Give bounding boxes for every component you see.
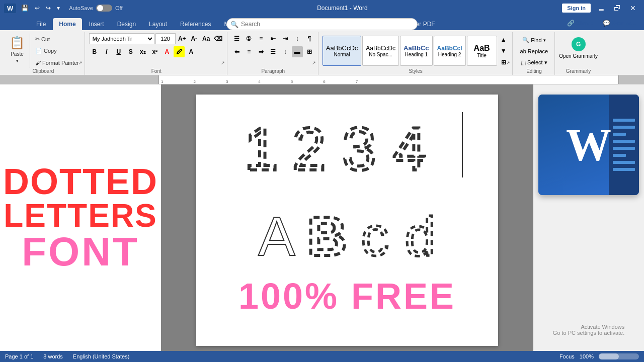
replace-button[interactable]: ab Replace [517,47,552,56]
minimize-button[interactable]: 🗕 [594,3,609,13]
cut-button[interactable]: ✂ Cut [33,34,82,44]
format-painter-icon: 🖌 [35,60,41,66]
zoom-slider-fill [599,353,619,359]
style-normal[interactable]: AaBbCcDc Normal [323,36,362,66]
find-button[interactable]: 🔍 Find ▾ [519,35,549,45]
style-no-spacing[interactable]: AaBbCcDc No Spac... [362,36,399,66]
dotted-number-1: 1 [244,110,279,180]
styles-group: AaBbCcDc Normal AaBbCcDc No Spac... AaBb… [319,32,513,75]
ruler-container: 1 2 3 4 5 6 7 [0,75,644,84]
decrease-indent-button[interactable]: ⇤ [268,33,279,44]
clipboard-group: 📋 Paste ▾ ✂ Cut 📄 Copy 🖌 Format Painter [2,32,85,75]
save-button[interactable]: 💾 [19,4,31,13]
tab-file[interactable]: File [30,18,52,30]
status-bar: Page 1 of 1 8 words English (United Stat… [0,351,644,362]
autosave-toggle[interactable] [96,5,112,12]
tab-design[interactable]: Design [111,18,142,30]
superscript-button[interactable]: x² [149,46,160,57]
subscript-button[interactable]: x₂ [137,46,148,57]
text-effects-button[interactable]: A [186,46,197,57]
align-left-button[interactable]: ⬅ [231,46,243,57]
replace-icon: ab [520,48,526,54]
paste-button[interactable]: 📋 Paste ▾ [5,33,30,68]
bullets-button[interactable]: ☰ [231,33,243,44]
zoom-slider[interactable] [599,353,639,359]
word-icon-w-letter: W [566,119,611,171]
line-spacing-button[interactable]: ↕ [280,46,291,57]
style-heading1-preview: AaBbCc [404,44,429,52]
document-area[interactable]: 1 2 3 4 [161,84,533,351]
focus-button[interactable]: Focus [559,353,575,359]
styles-scroll-up[interactable]: ▲ [498,35,509,45]
change-case-button[interactable]: Aa [201,33,212,44]
styles-scroll-down[interactable]: ▼ [498,46,509,56]
style-heading2[interactable]: AaBbCcl Heading 2 [434,36,466,66]
style-title[interactable]: AaB Title [467,36,497,66]
font-size-increase-button[interactable]: A+ [177,33,188,44]
restore-button[interactable]: 🗗 [610,3,625,13]
underline-button[interactable]: U [113,46,124,57]
font-name-row: My Jadheedh Tr A+ A- Aa ⌫ [89,33,224,44]
grammarly-button[interactable]: G [572,37,586,51]
font-launcher[interactable]: ↗ [220,60,226,66]
svg-text:3: 3 [343,115,376,180]
show-formatting-button[interactable]: ¶ [304,33,315,44]
word-logo: W [4,4,16,13]
share-button[interactable]: 🔗 Share [564,19,596,28]
document-title: Document1 - Word [122,5,562,12]
borders-button[interactable]: ⊞ [304,46,315,57]
word-icon-inner: W [538,95,639,195]
highlight-button[interactable]: 🖊 [174,46,185,57]
style-normal-preview: AaBbCcDc [326,44,358,52]
font-color-button[interactable]: A [162,46,173,57]
strikethrough-button[interactable]: S [125,46,136,57]
paragraph-launcher[interactable]: ↗ [311,60,317,66]
numbering-button[interactable]: ① [244,33,255,44]
bold-button[interactable]: B [89,46,100,57]
tab-insert[interactable]: Insert [83,18,110,30]
select-button[interactable]: ⬚ Select ▾ [517,58,551,67]
font-group: My Jadheedh Tr A+ A- Aa ⌫ B I U S x₂ x² … [86,32,227,75]
quick-access-toolbar: 💾 ↩ ↪ ▾ [19,4,62,13]
font-size-input[interactable] [155,33,176,44]
font-size-decrease-button[interactable]: A- [189,33,200,44]
search-input[interactable] [226,18,418,30]
style-heading1[interactable]: AaBbCc Heading 1 [400,36,433,66]
activate-windows: Activate Windows Go to PC settings to ac… [548,319,629,341]
format-painter-button[interactable]: 🖌 Format Painter [33,58,82,67]
sort-button[interactable]: ↕ [292,33,303,44]
align-center-button[interactable]: ≡ [244,46,255,57]
increase-indent-button[interactable]: ⇥ [280,33,291,44]
customize-qa-button[interactable]: ▾ [55,4,62,13]
multilevel-list-button[interactable]: ≡ [256,33,267,44]
undo-button[interactable]: ↩ [33,4,42,13]
font-name-select[interactable]: My Jadheedh Tr [89,33,154,44]
shading-button[interactable]: ▬ [292,46,303,57]
dotted-number-4: 4 [389,110,430,180]
ruler-body: 1 2 3 4 5 6 7 [158,75,619,84]
italic-button[interactable]: I [101,46,112,57]
signin-button[interactable]: Sign in [562,4,591,13]
clipboard-content: 📋 Paste ▾ ✂ Cut 📄 Copy 🖌 Format Painter [5,33,82,68]
tab-references[interactable]: References [174,18,217,30]
dotted-number-2: 2 [289,110,329,180]
style-heading2-label: Heading 2 [438,52,461,57]
comments-button[interactable]: 💬 Comm... [600,19,639,28]
close-button[interactable]: ✕ [626,3,640,13]
tab-home[interactable]: Home [53,18,82,30]
zoom-button[interactable]: 100% [580,353,594,359]
clipboard-launcher[interactable]: ↗ [77,60,84,66]
justify-button[interactable]: ☰ [268,46,279,57]
clear-formatting-button[interactable]: ⌫ [213,33,224,44]
styles-launcher[interactable]: ↗ [505,60,511,66]
copy-button[interactable]: 📄 Copy [33,46,82,56]
ruler: 1 2 3 4 5 6 7 [0,75,644,84]
autosave-state: Off [115,5,122,11]
select-icon: ⬚ [521,59,526,66]
align-right-button[interactable]: ➡ [256,46,267,57]
redo-button[interactable]: ↪ [44,4,53,13]
promo-font: FONT [22,232,139,272]
word-count: 8 words [43,353,63,359]
tab-layout[interactable]: Layout [143,18,173,30]
document-page: 1 2 3 4 [196,95,498,346]
